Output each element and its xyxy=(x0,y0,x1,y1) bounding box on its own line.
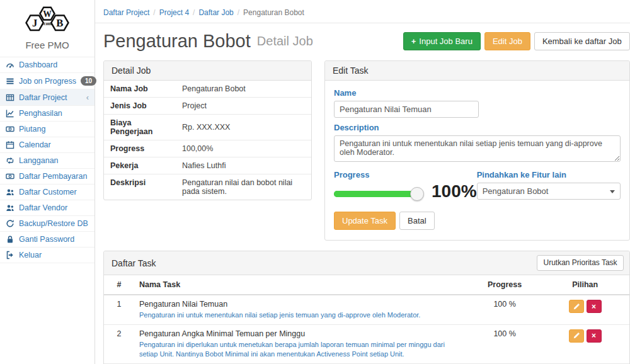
sidebar-menu: Dashboard Job on Progress 10 Daftar Proj… xyxy=(0,57,94,263)
sidebar-item-label: Daftar Pembayaran xyxy=(19,172,87,181)
edit-task-button[interactable] xyxy=(569,329,584,343)
sidebar-item-label: Backup/Restore DB xyxy=(19,219,88,228)
move-feature-selected: Pengaturan Bobot xyxy=(483,186,549,196)
edit-task-panel: Edit Task Name Description Pengaturan in… xyxy=(324,60,630,241)
svg-text:B: B xyxy=(56,18,63,30)
detail-row-biaya: Biaya Pengerjaan Rp. XXX.XXX xyxy=(104,115,311,140)
sidebar-item-dashboard[interactable]: Dashboard xyxy=(0,57,94,73)
detail-job-panel: Detail Job Nama Job Pengaturan Bobot Jen… xyxy=(103,60,312,200)
x-icon: × xyxy=(592,331,596,340)
edit-task-button[interactable] xyxy=(569,300,584,313)
sidebar-item-label: Job on Progress xyxy=(19,77,76,86)
jwb-logo: W J B .com xyxy=(24,5,71,34)
name-label: Name xyxy=(334,88,621,98)
dashboard-icon xyxy=(6,60,14,69)
sidebar-item-label: Calendar xyxy=(19,140,51,149)
app-window: W J B .com Free PMO Dashboard Job on Pro… xyxy=(0,0,630,364)
breadcrumb-daftar-project[interactable]: Daftar Project xyxy=(103,8,149,17)
x-icon: × xyxy=(592,302,596,311)
detail-value: Pengaturan Bobot xyxy=(178,81,311,98)
batal-button[interactable]: Batal xyxy=(399,212,435,230)
sidebar-item-job-on-progress[interactable]: Job on Progress 10 xyxy=(0,73,94,89)
col-header-progress: Progress xyxy=(469,275,541,295)
progress-slider[interactable] xyxy=(334,191,418,197)
detail-value: Rp. XXX.XXX xyxy=(178,115,311,140)
task-name-input[interactable] xyxy=(334,101,479,118)
task-description: Pengaturan ini untuk menentukan nilai se… xyxy=(139,310,464,320)
progress-slider-handle[interactable] xyxy=(410,187,424,201)
plus-icon: + xyxy=(411,36,416,47)
task-table: # Nama Task Progress Pilihan 1 Pengatura… xyxy=(104,275,629,364)
kembali-button[interactable]: Kembali ke daftar Job xyxy=(534,32,630,50)
panels-area: Detail Job Nama Job Pengaturan Bobot Jen… xyxy=(95,60,630,364)
list-icon xyxy=(6,77,14,86)
delete-task-button[interactable]: × xyxy=(587,329,602,343)
edit-job-button[interactable]: Edit Job xyxy=(484,32,530,50)
detail-value: Project xyxy=(178,98,311,115)
detail-job-panel-title: Detail Job xyxy=(104,61,311,81)
users-icon xyxy=(6,203,14,212)
urutkan-prioritas-button-top[interactable]: Urutkan Prioritas Task xyxy=(537,255,623,271)
breadcrumb-daftar-job[interactable]: Daftar Job xyxy=(198,8,233,17)
sidebar-item-label: Daftar Vendor xyxy=(19,203,67,212)
sidebar-item-calendar[interactable]: Calendar xyxy=(0,137,94,153)
retweet-icon xyxy=(6,156,14,165)
sidebar-item-langganan[interactable]: Langganan xyxy=(0,153,94,169)
task-row: 1 Pengaturan Nilai Temuan Pengaturan ini… xyxy=(104,295,629,324)
task-progress: 100 % xyxy=(469,295,541,324)
task-name: Pengaturan Nilai Temuan xyxy=(139,300,464,309)
detail-label: Biaya Pengerjaan xyxy=(104,115,178,140)
refresh-icon xyxy=(6,219,14,228)
col-header-num: # xyxy=(104,275,134,295)
sidebar-item-penghasilan[interactable]: Penghasilan xyxy=(0,106,94,122)
money-icon xyxy=(6,172,14,181)
progress-count-badge: 10 xyxy=(81,76,96,86)
detail-value: Nafies Luthfi xyxy=(178,157,311,174)
page-title: Pengaturan Bobot xyxy=(103,31,251,52)
detail-row-progress: Progress 100,00% xyxy=(104,140,311,157)
caret-down-icon xyxy=(610,190,615,193)
sidebar-item-ganti-password[interactable]: Ganti Password xyxy=(0,232,94,247)
move-feature-select[interactable]: Pengaturan Bobot xyxy=(477,183,621,200)
sidebar: W J B .com Free PMO Dashboard Job on Pro… xyxy=(0,0,95,364)
sidebar-item-daftar-pembayaran[interactable]: Daftar Pembayaran xyxy=(0,169,94,185)
sidebar-item-daftar-vendor[interactable]: Daftar Vendor xyxy=(0,200,94,216)
daftar-task-panel-title: Daftar Task xyxy=(112,258,156,268)
task-num: 1 xyxy=(104,295,134,324)
delete-task-button[interactable]: × xyxy=(587,300,602,313)
edit-task-panel-title: Edit Task xyxy=(325,61,629,81)
sidebar-item-backup-restore[interactable]: Backup/Restore DB xyxy=(0,216,94,232)
update-task-button[interactable]: Update Task xyxy=(334,212,396,230)
input-job-baru-button[interactable]: + Input Job Baru xyxy=(403,32,481,50)
col-header-name: Nama Task xyxy=(134,275,469,295)
breadcrumb-bar: Daftar Project/Project 4/Daftar Job/Peng… xyxy=(95,0,630,23)
detail-row-deskripsi: Deskripsi Pengaturan nilai dan bobot nil… xyxy=(104,174,311,200)
sidebar-item-daftar-customer[interactable]: Daftar Customer xyxy=(0,185,94,200)
input-job-baru-label: Input Job Baru xyxy=(419,36,472,47)
breadcrumb-project-4[interactable]: Project 4 xyxy=(159,8,189,17)
detail-value: 100,00% xyxy=(178,140,311,157)
detail-label: Nama Job xyxy=(104,81,178,98)
progress-value: 100% xyxy=(432,181,477,202)
sidebar-item-daftar-project[interactable]: Daftar Project ‹ xyxy=(0,89,94,106)
chevron-left-icon: ‹ xyxy=(86,93,89,102)
detail-row-nama-job: Nama Job Pengaturan Bobot xyxy=(104,81,311,98)
sidebar-item-keluar[interactable]: Keluar xyxy=(0,247,94,263)
detail-row-jenis-job: Jenis Job Project xyxy=(104,98,311,115)
detail-label: Progress xyxy=(104,140,178,157)
task-description-textarea[interactable]: Pengaturan ini untuk menentukan nilai se… xyxy=(334,135,621,162)
svg-text:W: W xyxy=(43,9,52,19)
page-header: Pengaturan Bobot Detail Job + Input Job … xyxy=(95,23,630,60)
sidebar-item-piutang[interactable]: Piutang xyxy=(0,122,94,137)
description-label: Description xyxy=(334,123,621,132)
progress-slider-fill xyxy=(334,191,418,197)
breadcrumb-separator: / xyxy=(149,8,159,17)
breadcrumb: Daftar Project/Project 4/Daftar Job/Peng… xyxy=(103,8,624,17)
main-content: Daftar Project/Project 4/Daftar Job/Peng… xyxy=(95,0,630,364)
header-buttons: + Input Job Baru Edit Job Kembali ke daf… xyxy=(403,32,630,50)
detail-job-table: Nama Job Pengaturan Bobot Jenis Job Proj… xyxy=(104,81,311,200)
lock-icon xyxy=(6,235,14,244)
col-header-pilihan: Pilihan xyxy=(541,275,629,295)
progress-label: Progress xyxy=(334,170,477,179)
sidebar-item-label: Langganan xyxy=(19,156,59,165)
